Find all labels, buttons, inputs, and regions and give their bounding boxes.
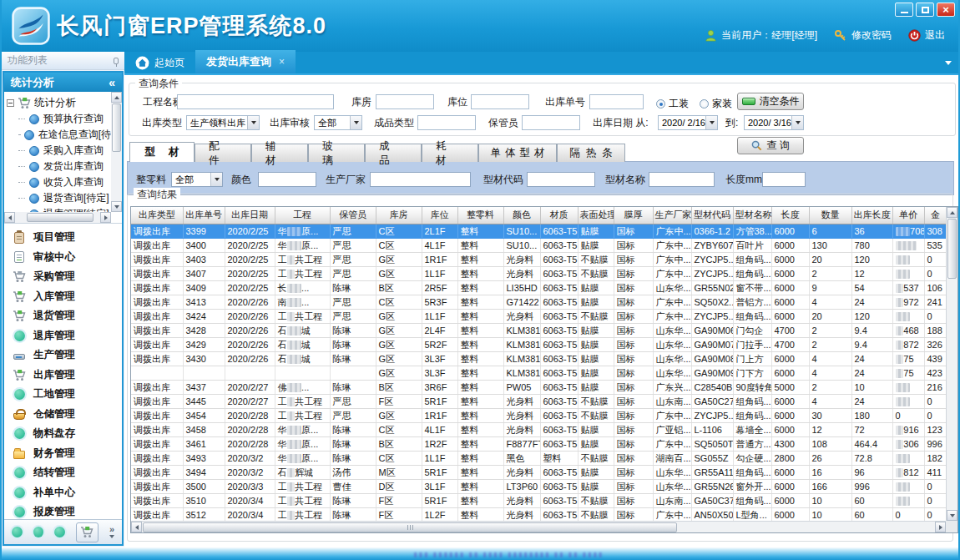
close-button[interactable]: × — [937, 3, 955, 17]
column-header[interactable]: 长度 — [771, 207, 809, 224]
column-header[interactable]: 出库单号 — [183, 207, 225, 224]
toolbar-dot-icon[interactable] — [33, 527, 44, 537]
table-row[interactable]: 调拨出库34612020/2/28华██原...陈琳B区1R2F整料F8877F… — [131, 436, 947, 451]
whole-part-select[interactable]: 全部 — [171, 172, 223, 187]
material-tab[interactable]: 隔热条 — [557, 144, 625, 162]
vertical-scroll-thumb[interactable] — [947, 219, 957, 279]
column-header[interactable]: 库位 — [422, 207, 457, 224]
horizontal-scroll-thumb[interactable] — [143, 522, 677, 532]
column-header[interactable]: 膜厚 — [614, 207, 653, 224]
table-row[interactable]: 调拨出库33992020/2/25华██原...严思C区2L1F整料SU10..… — [131, 224, 947, 238]
scroll-right-arrow-icon[interactable] — [100, 212, 111, 223]
sidebar-item-basket[interactable]: 仓储管理 — [4, 405, 122, 425]
sidebar-item-cart-return[interactable]: 退货管理 — [4, 306, 122, 326]
tab-list-dropdown-icon[interactable] — [945, 61, 952, 65]
profile-name-input[interactable] — [649, 172, 715, 187]
sidebar-item-cart-in[interactable]: 入库管理 — [4, 287, 122, 307]
sidebar-item-dot[interactable]: 物料盘存 — [4, 424, 122, 444]
sidebar-item-dot[interactable]: 工地管理 — [4, 385, 122, 405]
material-tab[interactable]: 耗材 — [422, 144, 478, 162]
material-tab[interactable]: 成品 — [365, 144, 422, 162]
scroll-down-arrow-icon[interactable] — [947, 510, 957, 521]
tree-item[interactable]: 采购入库查询 — [7, 143, 111, 159]
sidebar-item-cart-out[interactable]: 出库管理 — [4, 366, 122, 386]
scroll-up-arrow-icon[interactable] — [947, 207, 957, 218]
column-header[interactable]: 工程 — [275, 207, 330, 224]
logout-button[interactable]: 退出 — [908, 28, 945, 43]
table-row[interactable]: 调拨出库34302020/2/26石██城陈琳G区3L3F整料KLM381760… — [131, 351, 947, 366]
toolbar-cart-button[interactable] — [76, 522, 99, 542]
toolbar-dot-icon[interactable] — [54, 527, 65, 537]
pin-icon[interactable] — [114, 58, 119, 64]
column-header[interactable]: 出库类型 — [131, 207, 183, 224]
table-row[interactable]: 调拨出库34242020/2/26工█共工程严思G区1L1F整料光身料6063-… — [131, 309, 947, 323]
keeper-input[interactable] — [522, 115, 580, 130]
tree-item[interactable]: 退货查询[待定] — [7, 190, 111, 206]
tree-item[interactable]: 在途信息查询[待 — [7, 127, 111, 143]
column-header[interactable]: 颜色 — [503, 207, 540, 224]
warehouse-input[interactable] — [376, 94, 434, 109]
change-password-button[interactable]: 修改密码 — [834, 28, 892, 43]
column-header[interactable]: 材质 — [540, 207, 578, 224]
tree-item[interactable]: 预算执行查询 — [7, 111, 111, 127]
tree-scroll-thumb[interactable] — [112, 103, 121, 152]
table-row[interactable]: 调拨出库34542020/2/28工█共工程严思G区1R1F整料光身料6063-… — [131, 408, 947, 422]
column-header[interactable]: 型材代码 — [691, 207, 733, 224]
material-tab[interactable]: 型材 — [129, 142, 195, 162]
manufacturer-input[interactable] — [370, 172, 471, 187]
table-row[interactable]: 调拨出库35102020/3/4工█共工程陈琳F区5R1F整料光身料6063-T… — [131, 493, 947, 507]
date-to-picker[interactable]: 2020/ 3/16 — [744, 115, 804, 130]
location-input[interactable] — [471, 94, 529, 109]
material-tab[interactable]: 辅材 — [251, 144, 308, 162]
material-tab[interactable]: 玻璃 — [308, 144, 365, 162]
scroll-left-arrow-icon[interactable] — [4, 212, 15, 223]
tab-close-icon[interactable]: × — [279, 56, 285, 68]
table-row[interactable]: 调拨出库34132020/2/26南██...严思C区5R3F整料G714226… — [131, 295, 947, 309]
column-header[interactable]: 生产厂家 — [653, 207, 691, 224]
tree-expander-icon[interactable] — [7, 99, 14, 107]
tree-item[interactable]: 收货入库查询 — [7, 174, 111, 190]
clear-conditions-button[interactable]: 清空条件 — [737, 93, 804, 110]
table-row[interactable]: G区3L3F整料KLM38176063-T5贴膜国标山东华...GA90M09.… — [131, 366, 947, 380]
sidebar-item-dot[interactable]: 报废管理 — [4, 502, 122, 519]
column-header[interactable]: 单价 — [892, 207, 924, 224]
table-row[interactable]: 调拨出库34032020/2/25工█共工程严思G区1R1F整料光身料6063-… — [131, 252, 947, 266]
collapse-panel-button[interactable]: « — [109, 76, 115, 89]
table-row[interactable]: 调拨出库34282020/2/26石██城陈琳G区2L4F整料KLM381760… — [131, 323, 947, 337]
more-buttons-chevron[interactable]: » — [109, 526, 114, 538]
table-row[interactable]: 调拨出库34072020/2/25工█共工程严思G区1L1F整料光身料6063-… — [131, 266, 947, 280]
sidebar-item-dot[interactable]: 退库管理 — [4, 326, 122, 346]
minimize-button[interactable] — [895, 3, 913, 17]
sidebar-item-dot[interactable]: 补单中心 — [4, 483, 122, 503]
column-header[interactable]: 保管员 — [330, 207, 376, 224]
table-row[interactable]: 调拨出库34932020/3/2华██原...陈琳C区1L1F整料黑色塑料不贴膜… — [131, 451, 947, 465]
radio-gongzhuang[interactable]: 工装 — [656, 97, 689, 111]
column-header[interactable]: 数量 — [809, 207, 851, 224]
table-row[interactable]: 调拨出库34372020/2/27佛██...陈琳B区3R6F整料PW05606… — [131, 380, 947, 394]
column-header[interactable]: 库房 — [376, 207, 422, 224]
horizontal-scrollbar[interactable] — [131, 521, 946, 532]
table-row[interactable]: 调拨出库34092020/2/25长██...陈琳B区2R5F整料LI35HD6… — [131, 280, 947, 295]
color-input[interactable] — [258, 172, 316, 187]
column-header[interactable]: 金 — [924, 207, 947, 224]
radio-jiazhuang[interactable]: 家装 — [700, 97, 732, 111]
tree-hscroll-thumb[interactable] — [27, 213, 93, 222]
table-row[interactable]: 调拨出库34292020/2/26石██城陈琳G区5R2F整料KLM381760… — [131, 337, 947, 351]
scroll-up-arrow-icon[interactable] — [111, 92, 122, 103]
tree-item[interactable]: 退库管理[待定] — [7, 206, 111, 212]
tree-vertical-scrollbar[interactable] — [111, 92, 122, 212]
material-tab[interactable]: 配件 — [195, 144, 251, 162]
sidebar-item-cart[interactable]: 采购管理 — [4, 267, 122, 287]
length-input[interactable] — [762, 172, 806, 187]
table-row[interactable]: 调拨出库35122020/3/4工█共工程陈琳F区1L2F整料光身料6063-T… — [131, 507, 947, 521]
sidebar-item-machine[interactable]: 生产管理 — [4, 346, 122, 366]
profile-code-input[interactable] — [527, 172, 595, 187]
tab-shipment-outbound-query[interactable]: 发货出库查询 × — [195, 50, 296, 73]
tree-horizontal-scrollbar[interactable] — [4, 212, 111, 223]
table-row[interactable]: 调拨出库35002020/3/3工█共工程曹佳D区3L1F整料LT3P60606… — [131, 479, 947, 493]
table-row[interactable]: 调拨出库34582020/2/28华██原...陈琳C区4L1F整料光身料606… — [131, 422, 947, 436]
toolbar-dot-icon[interactable] — [12, 527, 23, 537]
tree-item[interactable]: 发货出库查询 — [7, 159, 111, 174]
maximize-button[interactable] — [916, 3, 934, 17]
table-row[interactable]: 调拨出库34452020/2/27工█共工程严思F区5R1F整料光身料6063-… — [131, 394, 947, 408]
